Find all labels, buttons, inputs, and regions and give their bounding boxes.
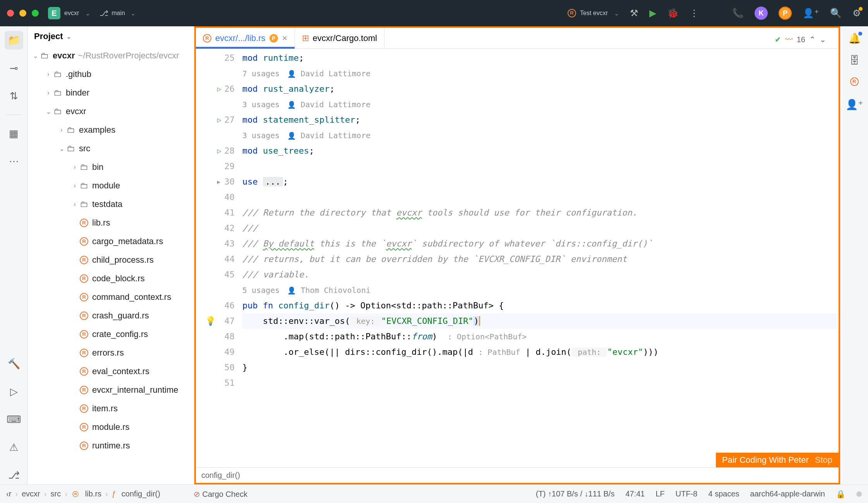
call-icon[interactable]: 📞 — [732, 8, 744, 19]
code-line[interactable]: mod statement_splitter; — [242, 112, 839, 128]
line-number[interactable]: 28 — [225, 143, 235, 159]
code-line[interactable]: use ...; — [242, 174, 839, 190]
line-number[interactable]: 51 — [225, 375, 235, 391]
tree-row[interactable]: crash_guard.rs — [28, 306, 194, 325]
breadcrumb-item[interactable]: lib.rs — [85, 489, 101, 498]
editor-tab[interactable]: evcxr/.../lib.rsP✕ — [196, 28, 295, 48]
code-line[interactable]: /// variable. — [242, 267, 839, 282]
invite-button[interactable]: 👤⁺ — [846, 99, 863, 111]
build-tool-button[interactable]: 🔨 — [5, 354, 23, 373]
twisty-icon[interactable]: › — [70, 182, 79, 189]
intention-bulb-icon[interactable]: 💡 — [205, 313, 216, 329]
code-line[interactable]: .map(std::path::PathBuf::from) : Option<… — [242, 329, 839, 344]
line-number[interactable]: 26 — [225, 81, 235, 97]
line-number[interactable]: 44 — [225, 252, 235, 267]
nav-breadcrumb[interactable]: ‹r›evcxr›src›lib.rs›ƒconfig_dir() — [6, 489, 160, 498]
code-line[interactable]: /// By default this is the `evcxr` subdi… — [242, 236, 839, 252]
line-number[interactable]: 40 — [225, 190, 235, 205]
line-number[interactable]: 46 — [225, 298, 235, 313]
code-line[interactable] — [242, 190, 839, 205]
line-number[interactable]: 47 — [225, 313, 235, 329]
tree-row[interactable]: ›🗀.github — [28, 65, 194, 84]
tree-row[interactable]: ›🗀bin — [28, 158, 194, 176]
project-tool-button[interactable]: 📁 — [5, 31, 23, 50]
maximize-window[interactable] — [32, 10, 39, 17]
twisty-icon[interactable]: › — [44, 71, 53, 78]
tree-row[interactable]: ›🗀module — [28, 176, 194, 195]
tree-row[interactable]: module.rs — [28, 418, 194, 436]
database-button[interactable]: 🗄 — [849, 55, 859, 67]
usage-hint[interactable]: 5 usages👤 Thom Chiovoloni — [242, 282, 839, 298]
code-line[interactable]: mod use_trees; — [242, 143, 839, 159]
file-encoding[interactable]: UTF-8 — [676, 489, 698, 498]
tree-row[interactable]: crate_config.rs — [28, 325, 194, 344]
gutter-run-icon[interactable]: ▷ — [217, 143, 221, 159]
breadcrumb-item[interactable]: evcxr — [22, 489, 40, 498]
collaborator-avatar-p[interactable]: P — [779, 7, 792, 20]
line-number[interactable]: 41 — [225, 205, 235, 221]
breadcrumb-item[interactable]: src — [50, 489, 61, 498]
problems-tool-button[interactable]: ⚠ — [5, 438, 23, 457]
line-number[interactable]: 49 — [225, 344, 235, 360]
twisty-icon[interactable]: › — [57, 127, 66, 133]
code-line[interactable]: .or_else(|| dirs::config_dir().map(|d : … — [242, 344, 839, 360]
line-number[interactable]: 50 — [225, 360, 235, 375]
tree-row[interactable]: ›🗀testdata — [28, 195, 194, 214]
collaborator-avatar-k[interactable]: K — [755, 7, 768, 20]
breadcrumb-fn[interactable]: config_dir() — [201, 471, 240, 480]
code-line[interactable] — [242, 159, 839, 174]
vcs-tool-button[interactable]: ⇅ — [5, 87, 23, 105]
line-number[interactable]: 30 — [225, 174, 235, 190]
gutter-run-icon[interactable]: ▷ — [217, 81, 221, 97]
code-line[interactable]: /// — [242, 221, 839, 236]
tree-row[interactable]: child_process.rs — [28, 251, 194, 269]
line-separator[interactable]: LF — [655, 489, 664, 498]
terminal-tool-button[interactable]: ⌨ — [5, 410, 23, 429]
tree-row[interactable]: ⌄🗀evcxr — [28, 102, 194, 121]
pair-stop-button[interactable]: Stop — [815, 455, 832, 465]
structure-tool-button[interactable]: ▦ — [5, 124, 23, 143]
code-line[interactable]: mod rust_analyzer; — [242, 81, 839, 97]
editor-code[interactable]: mod runtime;7 usages👤 David Lattimoremod… — [242, 49, 839, 467]
more-tools-button[interactable]: ⋯ — [5, 152, 23, 171]
tree-row[interactable]: command_context.rs — [28, 288, 194, 306]
tree-row[interactable]: runtime.rs — [28, 436, 194, 455]
more-icon[interactable]: ⋮ — [690, 8, 699, 19]
cargo-check-status[interactable]: ⊘ Cargo Check — [194, 489, 247, 499]
tree-row[interactable]: eval_context.rs — [28, 362, 194, 381]
add-user-icon[interactable]: 👤⁺ — [803, 8, 819, 19]
code-line[interactable]: } — [242, 360, 839, 375]
tree-root[interactable]: ⌄ 🗀 evcxr ~/RustRoverProjects/evcxr — [28, 46, 194, 65]
run-config-selector[interactable]: Test evcxr ⌄ — [568, 9, 619, 17]
usage-hint[interactable]: 7 usages👤 David Lattimore — [242, 66, 839, 81]
editor-gutter[interactable]: 25 ▷26 ▷27 ▷2829▸30404142434445 46474849… — [196, 49, 242, 467]
fold-icon[interactable]: ▸ — [216, 174, 221, 190]
commit-tool-button[interactable]: ⊸ — [5, 59, 23, 77]
project-selector[interactable]: E evcxr ⌄ — [48, 7, 90, 19]
editor-tab[interactable]: ⊞evcxr/Cargo.toml — [295, 28, 384, 48]
tree-row[interactable]: lib.rs — [28, 214, 194, 232]
project-tree[interactable]: ⌄ 🗀 evcxr ~/RustRoverProjects/evcxr ›🗀.g… — [28, 46, 194, 484]
project-panel-header[interactable]: Project ⌄ — [28, 26, 194, 46]
inspection-widget[interactable]: ✔ 〰 16 ⌃ ⌄ — [771, 33, 830, 46]
vcs-branch[interactable]: ⎇ main ⌄ — [99, 9, 136, 18]
twisty-icon[interactable]: › — [44, 89, 53, 96]
code-line[interactable] — [242, 375, 839, 391]
tree-row[interactable]: cargo_metadata.rs — [28, 232, 194, 251]
search-icon[interactable]: 🔍 — [830, 8, 842, 19]
run-tool-button[interactable]: ▷ — [5, 382, 23, 401]
gutter-run-icon[interactable]: ▷ — [217, 112, 221, 128]
usage-hint[interactable]: 3 usages👤 David Lattimore — [242, 128, 839, 143]
tree-row[interactable]: item.rs — [28, 399, 194, 418]
run-icon[interactable]: ▶ — [649, 8, 656, 19]
twisty-icon[interactable]: ⌄ — [57, 145, 66, 152]
notifications-button[interactable]: 🔔 — [848, 33, 861, 44]
usage-hint[interactable]: 3 usages👤 David Lattimore — [242, 97, 839, 112]
twisty-icon[interactable]: ⌄ — [44, 108, 53, 115]
code-line[interactable]: mod runtime; — [242, 50, 839, 66]
editor-body[interactable]: 25 ▷26 ▷27 ▷2829▸30404142434445 46474849… — [196, 49, 839, 467]
line-number[interactable]: 43 — [225, 236, 235, 252]
twisty-icon[interactable]: › — [70, 201, 79, 208]
indent-status[interactable]: 4 spaces — [708, 489, 739, 498]
tree-row[interactable]: evcxr_internal_runtime — [28, 381, 194, 399]
